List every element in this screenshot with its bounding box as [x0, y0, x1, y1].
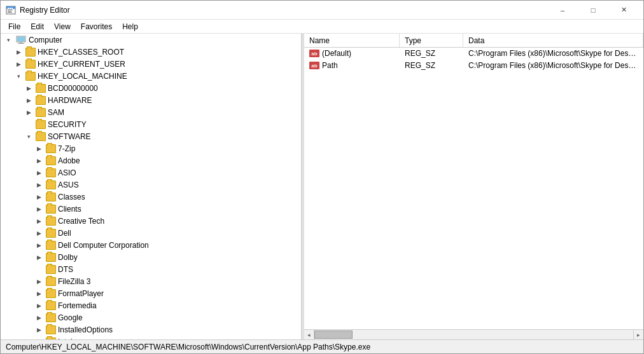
- folder-icon-clients: [46, 205, 56, 214]
- title-bar-controls: – □ ✕: [548, 1, 638, 20]
- tree-label-hklm: HKEY_LOCAL_MACHINE: [38, 72, 127, 81]
- expand-bcd[interactable]: ▶: [24, 83, 34, 93]
- reg-data-path: C:\Program Files (x86)\Microsoft\Skype f…: [463, 61, 643, 70]
- expand-fortemedia[interactable]: ▶: [34, 301, 44, 311]
- tree-item-asus[interactable]: ▶ ASUS: [1, 179, 301, 191]
- folder-icon-classes: [46, 193, 56, 201]
- tree-item-bcd[interactable]: ▶ BCD00000000: [1, 82, 301, 94]
- svg-rect-6: [8, 11, 11, 11]
- h-scroll-left-btn[interactable]: ◂: [304, 330, 314, 340]
- expand-dell[interactable]: ▶: [34, 228, 44, 238]
- tree-label-asio: ASIO: [58, 168, 76, 177]
- main-content: ▾ Computer ▶ HKEY_CLASSES_ROOT: [1, 34, 643, 339]
- h-scroll-right-btn[interactable]: ▸: [633, 330, 643, 340]
- close-button[interactable]: ✕: [609, 1, 638, 20]
- maximize-button[interactable]: □: [578, 1, 608, 20]
- expand-hkcr[interactable]: ▶: [13, 47, 24, 57]
- h-scroll-track[interactable]: [314, 330, 633, 340]
- tree-item-dellcorp[interactable]: ▶ Dell Computer Corporation: [1, 239, 301, 251]
- folder-icon-adobe: [46, 156, 56, 165]
- tree-label-formatplayer: FormatPlayer: [58, 289, 104, 298]
- expand-adobe[interactable]: ▶: [34, 156, 44, 166]
- reg-sz-icon-path: ab: [309, 62, 319, 69]
- col-header-type: Type: [400, 34, 463, 47]
- status-bar-text: Computer\HKEY_LOCAL_MACHINE\SOFTWARE\Mic…: [6, 343, 370, 351]
- tree-item-hardware[interactable]: ▶ HARDWARE: [1, 94, 301, 106]
- expand-creative[interactable]: ▶: [34, 216, 44, 226]
- h-scroll-thumb[interactable]: [314, 330, 353, 339]
- expand-hkcu[interactable]: ▶: [13, 59, 24, 69]
- expand-7zip[interactable]: ▶: [34, 144, 44, 154]
- menu-view[interactable]: View: [49, 20, 76, 34]
- reg-row-path[interactable]: ab Path REG_SZ C:\Program Files (x86)\Mi…: [304, 60, 643, 72]
- tree-item-computer[interactable]: ▾ Computer: [1, 34, 301, 46]
- expand-classes[interactable]: ▶: [34, 192, 44, 202]
- menu-edit[interactable]: Edit: [25, 20, 49, 34]
- tree-label-security: SECURITY: [48, 120, 87, 129]
- reg-row-default[interactable]: ab (Default) REG_SZ C:\Program Files (x8…: [304, 48, 643, 60]
- tree-item-dolby[interactable]: ▶ Dolby: [1, 251, 301, 263]
- tree-item-hkcu[interactable]: ▶ HKEY_CURRENT_USER: [1, 58, 301, 70]
- tree-item-filezilla[interactable]: ▶ FileZilla 3: [1, 275, 301, 287]
- expand-filezilla[interactable]: ▶: [34, 276, 44, 287]
- tree-item-security[interactable]: SECURITY: [1, 118, 301, 130]
- svg-rect-7: [8, 12, 12, 13]
- tree-item-adobe[interactable]: ▶ Adobe: [1, 154, 301, 167]
- tree-item-asio[interactable]: ▶ ASIO: [1, 167, 301, 179]
- tree-item-hklm[interactable]: ▾ HKEY_LOCAL_MACHINE: [1, 70, 301, 82]
- tree-item-clients[interactable]: ▶ Clients: [1, 203, 301, 215]
- folder-icon-asus: [46, 180, 56, 189]
- expand-sam[interactable]: ▶: [24, 107, 34, 118]
- expand-clients[interactable]: ▶: [34, 204, 44, 214]
- expand-dellcorp[interactable]: ▶: [34, 240, 44, 250]
- svg-rect-5: [8, 10, 13, 10]
- expand-hklm[interactable]: ▾: [13, 71, 24, 81]
- tree-item-hkcr[interactable]: ▶ HKEY_CLASSES_ROOT: [1, 46, 301, 58]
- svg-rect-9: [17, 37, 25, 41]
- tree-item-7zip[interactable]: ▶ 7-Zip: [1, 142, 301, 154]
- title-bar: Registry Editor – □ ✕: [1, 1, 643, 20]
- tree-item-creative[interactable]: ▶ Creative Tech: [1, 215, 301, 227]
- tree-label-computer: Computer: [29, 36, 62, 44]
- registry-editor-icon: [6, 5, 16, 15]
- tree-label-adobe: Adobe: [58, 156, 80, 165]
- expand-computer[interactable]: ▾: [3, 35, 13, 45]
- folder-icon-sam: [36, 108, 46, 117]
- reg-name-path: ab Path: [304, 61, 400, 70]
- expand-dolby[interactable]: ▶: [34, 252, 44, 262]
- menu-help[interactable]: Help: [117, 20, 143, 34]
- expand-formatplayer[interactable]: ▶: [34, 289, 44, 299]
- folder-icon-hklm: [25, 72, 36, 81]
- tree-container[interactable]: ▾ Computer ▶ HKEY_CLASSES_ROOT: [1, 34, 301, 339]
- h-scrollbar[interactable]: ◂ ▸: [304, 329, 643, 339]
- svg-rect-4: [11, 8, 13, 9]
- tree-item-sam[interactable]: ▶ SAM: [1, 106, 301, 118]
- menu-file[interactable]: File: [3, 20, 25, 34]
- menu-favorites[interactable]: Favorites: [76, 20, 117, 34]
- reg-data-default: C:\Program Files (x86)\Microsoft\Skype f…: [463, 49, 643, 58]
- expand-installedoptions[interactable]: ▶: [34, 325, 44, 335]
- reg-type-path: REG_SZ: [400, 61, 463, 70]
- tree-item-dell[interactable]: ▶ Dell: [1, 227, 301, 239]
- tree-label-hkcr: HKEY_CLASSES_ROOT: [38, 48, 124, 57]
- tree-item-google[interactable]: ▶ Google: [1, 311, 301, 323]
- tree-item-fortemedia[interactable]: ▶ Fortemedia: [1, 299, 301, 311]
- expand-hardware[interactable]: ▶: [24, 95, 34, 106]
- tree-item-software[interactable]: ▾ SOFTWARE: [1, 130, 301, 142]
- status-bar: Computer\HKEY_LOCAL_MACHINE\SOFTWARE\Mic…: [1, 339, 643, 353]
- registry-editor-window: Registry Editor – □ ✕ File Edit View Fav…: [0, 0, 644, 354]
- tree-item-installedoptions[interactable]: ▶ InstalledOptions: [1, 323, 301, 336]
- tree-label-sam: SAM: [48, 108, 64, 117]
- tree-item-classes[interactable]: ▶ Classes: [1, 191, 301, 203]
- expand-software[interactable]: ▾: [24, 132, 34, 142]
- tree-item-formatplayer[interactable]: ▶ FormatPlayer: [1, 287, 301, 299]
- right-content[interactable]: ab (Default) REG_SZ C:\Program Files (x8…: [304, 48, 643, 329]
- expand-google[interactable]: ▶: [34, 313, 44, 323]
- tree-item-dts[interactable]: DTS: [1, 263, 301, 275]
- title-bar-text: Registry Editor: [20, 6, 70, 15]
- tree-label-hardware: HARDWARE: [48, 96, 92, 105]
- tree-label-dts: DTS: [58, 265, 73, 274]
- expand-asus[interactable]: ▶: [34, 180, 44, 190]
- minimize-button[interactable]: –: [548, 1, 577, 20]
- expand-asio[interactable]: ▶: [34, 168, 44, 178]
